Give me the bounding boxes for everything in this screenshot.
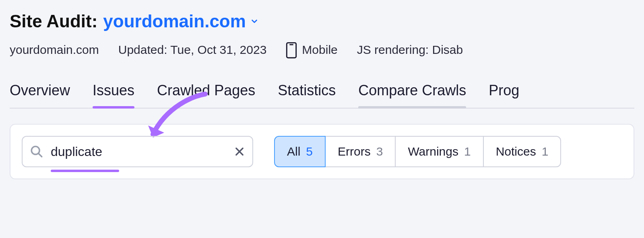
- domain-selector[interactable]: yourdomain.com: [103, 11, 259, 31]
- issues-toolbar: All 5 Errors 3 Warnings 1 Notices 1: [10, 124, 634, 179]
- mobile-icon: [286, 42, 297, 58]
- close-icon[interactable]: [234, 146, 245, 157]
- search-box[interactable]: [22, 136, 253, 167]
- search-input[interactable]: [51, 144, 234, 159]
- filter-label: Warnings: [408, 145, 458, 158]
- meta-device: Mobile: [286, 42, 337, 58]
- filter-count: 1: [464, 145, 471, 158]
- filter-warnings[interactable]: Warnings 1: [395, 136, 483, 167]
- meta-row: yourdomain.com Updated: Tue, Oct 31, 202…: [10, 42, 634, 58]
- meta-domain: yourdomain.com: [10, 43, 99, 57]
- search-icon: [30, 145, 43, 158]
- filter-group: All 5 Errors 3 Warnings 1 Notices 1: [274, 136, 561, 167]
- filter-count: 1: [542, 145, 549, 158]
- filter-label: Errors: [338, 145, 371, 158]
- meta-device-label: Mobile: [302, 43, 337, 57]
- tab-compare-crawls[interactable]: Compare Crawls: [358, 82, 466, 108]
- filter-notices[interactable]: Notices 1: [483, 136, 561, 167]
- tab-overview[interactable]: Overview: [10, 82, 70, 108]
- filter-count: 5: [306, 145, 313, 158]
- tab-crawled-pages[interactable]: Crawled Pages: [157, 82, 255, 108]
- tab-issues[interactable]: Issues: [93, 82, 134, 108]
- page-title: Site Audit:: [10, 11, 97, 31]
- filter-label: All: [287, 145, 300, 158]
- annotation-underline: [51, 170, 119, 172]
- tabs: Overview Issues Crawled Pages Statistics…: [10, 82, 634, 109]
- meta-updated: Updated: Tue, Oct 31, 2023: [118, 43, 267, 57]
- domain-name: yourdomain.com: [103, 11, 246, 31]
- filter-errors[interactable]: Errors 3: [326, 136, 395, 167]
- filter-all[interactable]: All 5: [274, 136, 326, 167]
- svg-line-3: [39, 154, 42, 157]
- tab-progress[interactable]: Prog: [489, 82, 519, 108]
- tab-statistics[interactable]: Statistics: [278, 82, 336, 108]
- meta-js-rendering: JS rendering: Disab: [357, 43, 463, 57]
- page-title-row: Site Audit: yourdomain.com: [10, 11, 634, 31]
- chevron-down-icon: [250, 17, 259, 26]
- filter-label: Notices: [496, 145, 536, 158]
- filter-count: 3: [376, 145, 383, 158]
